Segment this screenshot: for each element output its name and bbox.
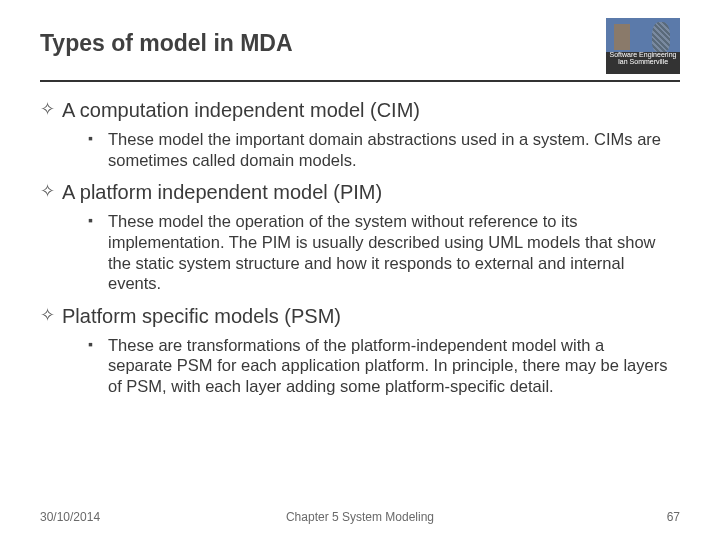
list-item: ✧ A computation independent model (CIM) [40, 98, 680, 123]
title-rule [40, 80, 680, 82]
diamond-bullet-icon: ✧ [40, 304, 62, 329]
item-heading: Platform specific models (PSM) [62, 304, 341, 329]
logo-line1: Software Engineering [606, 51, 680, 59]
list-item: ✧ A platform independent model (PIM) [40, 180, 680, 205]
item-heading: A platform independent model (PIM) [62, 180, 382, 205]
diamond-bullet-icon: ✧ [40, 180, 62, 205]
item-detail: These are transformations of the platfor… [108, 335, 668, 397]
slide: Types of model in MDA Software Engineeri… [0, 0, 720, 540]
square-bullet-icon: ▪ [88, 129, 108, 170]
list-subitem: ▪ These are transformations of the platf… [88, 335, 680, 397]
slide-title: Types of model in MDA [40, 30, 293, 57]
item-heading: A computation independent model (CIM) [62, 98, 420, 123]
list-subitem: ▪ These model the important domain abstr… [88, 129, 680, 170]
logo-line2: Ian Sommerville [606, 58, 680, 66]
header: Types of model in MDA Software Engineeri… [40, 28, 680, 74]
square-bullet-icon: ▪ [88, 335, 108, 397]
list-subitem: ▪ These model the operation of the syste… [88, 211, 680, 294]
list-item: ✧ Platform specific models (PSM) [40, 304, 680, 329]
item-detail: These model the operation of the system … [108, 211, 668, 294]
diamond-bullet-icon: ✧ [40, 98, 62, 123]
content: ✧ A computation independent model (CIM) … [40, 98, 680, 397]
logo-caption: Software Engineering Ian Sommerville [606, 51, 680, 66]
item-detail: These model the important domain abstrac… [108, 129, 668, 170]
footer-chapter: Chapter 5 System Modeling [40, 510, 680, 524]
footer: 30/10/2014 Chapter 5 System Modeling 67 [40, 510, 680, 524]
book-cover-logo: Software Engineering Ian Sommerville [606, 18, 680, 74]
square-bullet-icon: ▪ [88, 211, 108, 294]
